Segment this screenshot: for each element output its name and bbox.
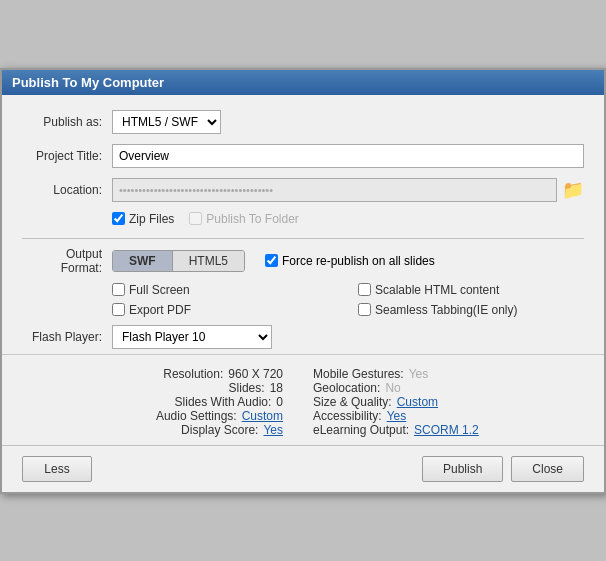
flash-player-row: Flash Player: Flash Player 10 Flash Play… [22, 325, 584, 349]
flash-player-label: Flash Player: [22, 330, 112, 344]
force-republish-label[interactable]: Force re-publish on all slides [282, 254, 435, 268]
publish-to-folder-item: Publish To Folder [189, 212, 299, 226]
output-html5-button[interactable]: HTML5 [173, 251, 244, 271]
output-swf-button[interactable]: SWF [113, 251, 173, 271]
zip-files-label[interactable]: Zip Files [129, 212, 174, 226]
less-button[interactable]: Less [22, 456, 92, 482]
accessibility-value[interactable]: Yes [387, 409, 407, 423]
accessibility-row: Accessibility: Yes [303, 409, 584, 423]
scalable-html-checkbox[interactable] [358, 283, 371, 296]
slides-audio-value: 0 [276, 395, 283, 409]
export-pdf-item: Export PDF [112, 303, 338, 317]
title-bar: Publish To My Computer [2, 70, 604, 95]
display-score-value[interactable]: Yes [263, 423, 283, 437]
slides-audio-row: Slides With Audio: 0 [22, 395, 303, 409]
publish-as-control: HTML5 / SWF [112, 110, 584, 134]
slides-value: 18 [270, 381, 283, 395]
stats-right: Mobile Gestures: Yes Geolocation: No Siz… [303, 367, 584, 437]
slides-audio-label: Slides With Audio: [175, 395, 272, 409]
mobile-gestures-value: Yes [409, 367, 429, 381]
slides-label: Slides: [229, 381, 265, 395]
seamless-tabbing-item: Seamless Tabbing(IE only) [358, 303, 584, 317]
publish-as-select[interactable]: HTML5 / SWF [112, 110, 221, 134]
export-pdf-label[interactable]: Export PDF [129, 303, 191, 317]
accessibility-label: Accessibility: [313, 409, 382, 423]
seamless-tabbing-checkbox[interactable] [358, 303, 371, 316]
footer: Less Publish Close [2, 445, 604, 492]
full-screen-item: Full Screen [112, 283, 338, 297]
elearning-value[interactable]: SCORM 1.2 [414, 423, 479, 437]
mobile-gestures-row: Mobile Gestures: Yes [303, 367, 584, 381]
resolution-label: Resolution: [163, 367, 223, 381]
project-title-control [112, 144, 584, 168]
geolocation-label: Geolocation: [313, 381, 380, 395]
stats-grid: Resolution: 960 X 720 Slides: 18 Slides … [22, 367, 584, 437]
geolocation-row: Geolocation: No [303, 381, 584, 395]
publish-to-folder-label: Publish To Folder [206, 212, 299, 226]
location-control: 📁 [112, 178, 584, 202]
checkbox-row: Zip Files Publish To Folder [112, 212, 584, 226]
location-row: Location: 📁 [22, 178, 584, 202]
force-republish-container: Force re-publish on all slides [265, 254, 435, 268]
dialog-title: Publish To My Computer [12, 75, 164, 90]
close-button[interactable]: Close [511, 456, 584, 482]
full-screen-checkbox[interactable] [112, 283, 125, 296]
divider-1 [22, 238, 584, 239]
export-pdf-checkbox[interactable] [112, 303, 125, 316]
geolocation-value: No [385, 381, 400, 395]
location-input[interactable] [112, 178, 557, 202]
zip-files-checkbox[interactable] [112, 212, 125, 225]
publish-button[interactable]: Publish [422, 456, 503, 482]
dialog: Publish To My Computer Publish as: HTML5… [0, 68, 606, 494]
slides-row: Slides: 18 [22, 381, 303, 395]
audio-settings-row: Audio Settings: Custom [22, 409, 303, 423]
zip-files-item: Zip Files [112, 212, 174, 226]
size-quality-row: Size & Quality: Custom [303, 395, 584, 409]
elearning-label: eLearning Output: [313, 423, 409, 437]
resolution-value: 960 X 720 [228, 367, 283, 381]
resolution-row: Resolution: 960 X 720 [22, 367, 303, 381]
footer-right: Publish Close [422, 456, 584, 482]
project-title-row: Project Title: [22, 144, 584, 168]
project-title-label: Project Title: [22, 149, 112, 163]
flash-player-select[interactable]: Flash Player 10 Flash Player 9 Flash Pla… [112, 325, 272, 349]
size-quality-label: Size & Quality: [313, 395, 392, 409]
mobile-gestures-label: Mobile Gestures: [313, 367, 404, 381]
stats-section: Resolution: 960 X 720 Slides: 18 Slides … [2, 354, 604, 445]
audio-settings-value[interactable]: Custom [242, 409, 283, 423]
output-format-row: Output Format: SWF HTML5 Force re-publis… [22, 247, 584, 275]
scalable-html-label[interactable]: Scalable HTML content [375, 283, 499, 297]
elearning-row: eLearning Output: SCORM 1.2 [303, 423, 584, 437]
force-republish-checkbox[interactable] [265, 254, 278, 267]
project-title-input[interactable] [112, 144, 584, 168]
output-format-buttons: SWF HTML5 [112, 250, 245, 272]
scalable-html-item: Scalable HTML content [358, 283, 584, 297]
full-screen-label[interactable]: Full Screen [129, 283, 190, 297]
options-grid: Full Screen Scalable HTML content Export… [112, 283, 584, 317]
display-score-row: Display Score: Yes [22, 423, 303, 437]
publish-as-label: Publish as: [22, 115, 112, 129]
options-section: Full Screen Scalable HTML content Export… [112, 283, 584, 317]
publish-to-folder-checkbox[interactable] [189, 212, 202, 225]
browse-folder-icon[interactable]: 📁 [562, 179, 584, 201]
display-score-label: Display Score: [181, 423, 258, 437]
audio-settings-label: Audio Settings: [156, 409, 237, 423]
publish-as-row: Publish as: HTML5 / SWF [22, 110, 584, 134]
stats-left: Resolution: 960 X 720 Slides: 18 Slides … [22, 367, 303, 437]
seamless-tabbing-label[interactable]: Seamless Tabbing(IE only) [375, 303, 518, 317]
size-quality-value[interactable]: Custom [397, 395, 438, 409]
location-label: Location: [22, 183, 112, 197]
output-format-label: Output Format: [22, 247, 112, 275]
